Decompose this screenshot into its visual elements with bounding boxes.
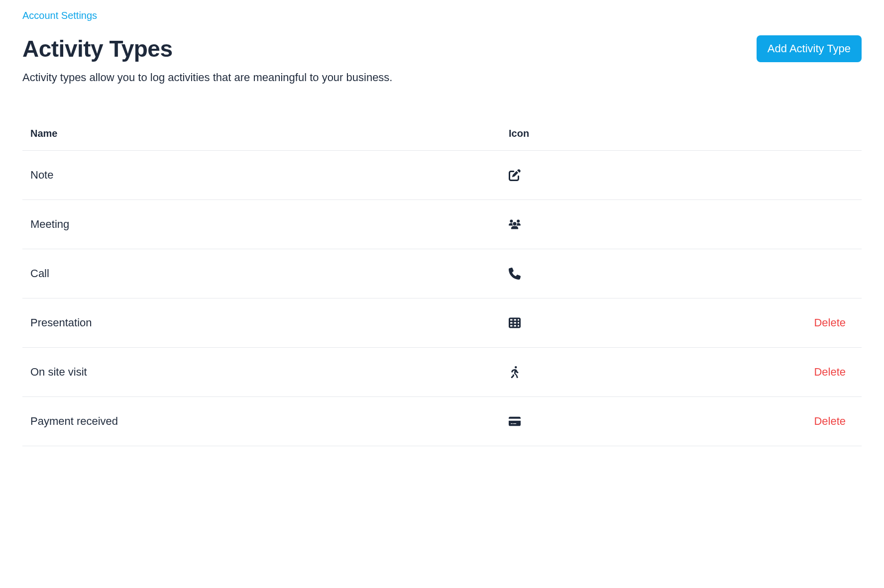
note-icon bbox=[501, 151, 711, 200]
breadcrumb-account-settings[interactable]: Account Settings bbox=[22, 10, 862, 21]
column-header-icon: Icon bbox=[501, 119, 711, 151]
action-cell bbox=[711, 151, 862, 200]
table-row: Payment received Delete bbox=[22, 397, 862, 446]
people-icon bbox=[501, 200, 711, 249]
column-header-name: Name bbox=[22, 119, 501, 151]
activity-name: Note bbox=[22, 151, 501, 200]
column-header-actions bbox=[711, 119, 862, 151]
table-row: Meeting bbox=[22, 200, 862, 249]
action-cell: Delete bbox=[711, 298, 862, 348]
page-description: Activity types allow you to log activiti… bbox=[22, 71, 862, 84]
activity-name: Payment received bbox=[22, 397, 501, 446]
activity-name: Presentation bbox=[22, 298, 501, 348]
action-cell: Delete bbox=[711, 348, 862, 397]
table-row: Note bbox=[22, 151, 862, 200]
page-title: Activity Types bbox=[22, 35, 172, 62]
table-row: Presentation Delete bbox=[22, 298, 862, 348]
credit-card-icon bbox=[501, 397, 711, 446]
delete-link[interactable]: Delete bbox=[814, 316, 846, 329]
table-row: On site visit Delete bbox=[22, 348, 862, 397]
table-row: Call bbox=[22, 249, 862, 298]
action-cell bbox=[711, 249, 862, 298]
phone-icon bbox=[501, 249, 711, 298]
walking-icon bbox=[501, 348, 711, 397]
add-activity-type-button[interactable]: Add Activity Type bbox=[757, 35, 862, 62]
delete-link[interactable]: Delete bbox=[814, 415, 846, 427]
table-icon bbox=[501, 298, 711, 348]
activity-types-table: Name Icon Note Meeting Call Presentation… bbox=[22, 119, 862, 446]
activity-name: Meeting bbox=[22, 200, 501, 249]
action-cell bbox=[711, 200, 862, 249]
delete-link[interactable]: Delete bbox=[814, 366, 846, 378]
activity-name: On site visit bbox=[22, 348, 501, 397]
action-cell: Delete bbox=[711, 397, 862, 446]
activity-name: Call bbox=[22, 249, 501, 298]
